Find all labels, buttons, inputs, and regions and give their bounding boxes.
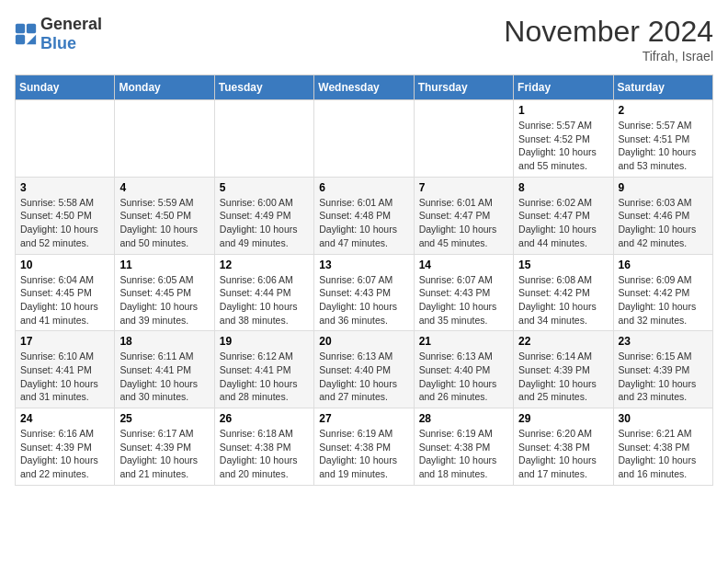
day-info: Sunrise: 6:14 AM Sunset: 4:39 PM Dayligh… [518,350,608,404]
week-row-4: 17Sunrise: 6:10 AM Sunset: 4:41 PM Dayli… [16,331,713,408]
weekday-header-monday: Monday [115,75,214,100]
calendar-cell: 2Sunrise: 5:57 AM Sunset: 4:51 PM Daylig… [613,100,712,178]
day-number: 7 [419,181,508,194]
day-number: 17 [20,335,109,348]
day-info: Sunrise: 6:10 AM Sunset: 4:41 PM Dayligh… [20,350,109,404]
weekday-header-saturday: Saturday [613,75,712,100]
calendar-cell: 26Sunrise: 6:18 AM Sunset: 4:38 PM Dayli… [214,408,313,486]
location: Tifrah, Israel [504,49,713,63]
day-number: 8 [518,181,608,194]
calendar-cell: 16Sunrise: 6:09 AM Sunset: 4:42 PM Dayli… [613,254,712,331]
day-number: 29 [518,412,608,425]
day-number: 2 [619,104,708,117]
calendar-cell: 27Sunrise: 6:19 AM Sunset: 4:38 PM Dayli… [314,408,414,486]
day-number: 21 [419,335,508,348]
calendar-cell: 14Sunrise: 6:07 AM Sunset: 4:43 PM Dayli… [414,254,513,331]
calendar-cell: 9Sunrise: 6:03 AM Sunset: 4:46 PM Daylig… [613,177,712,254]
calendar-cell: 21Sunrise: 6:13 AM Sunset: 4:40 PM Dayli… [414,331,513,408]
calendar-cell: 6Sunrise: 6:01 AM Sunset: 4:48 PM Daylig… [314,177,414,254]
logo-text: General Blue [40,15,102,53]
day-info: Sunrise: 6:09 AM Sunset: 4:42 PM Dayligh… [619,273,708,327]
month-title: November 2024 [504,15,713,49]
calendar-cell: 13Sunrise: 6:07 AM Sunset: 4:43 PM Dayli… [314,254,414,331]
calendar-cell: 10Sunrise: 6:04 AM Sunset: 4:45 PM Dayli… [16,254,115,331]
day-info: Sunrise: 6:19 AM Sunset: 4:38 PM Dayligh… [419,427,508,481]
title-block: November 2024 Tifrah, Israel [504,15,713,63]
day-info: Sunrise: 6:13 AM Sunset: 4:40 PM Dayligh… [419,350,508,404]
day-number: 3 [20,181,109,194]
svg-rect-0 [16,24,25,33]
calendar-cell: 28Sunrise: 6:19 AM Sunset: 4:38 PM Dayli… [414,408,513,486]
day-number: 25 [119,412,209,425]
day-number: 28 [419,412,508,425]
logo-blue: Blue [40,34,76,52]
calendar-cell: 25Sunrise: 6:17 AM Sunset: 4:39 PM Dayli… [115,408,214,486]
svg-rect-2 [16,35,25,44]
weekday-header-row: SundayMondayTuesdayWednesdayThursdayFrid… [16,75,713,100]
day-info: Sunrise: 6:16 AM Sunset: 4:39 PM Dayligh… [20,427,109,481]
day-number: 18 [119,335,209,348]
day-number: 22 [518,335,608,348]
day-info: Sunrise: 5:57 AM Sunset: 4:52 PM Dayligh… [518,119,608,173]
calendar-cell: 20Sunrise: 6:13 AM Sunset: 4:40 PM Dayli… [314,331,414,408]
day-number: 26 [220,412,309,425]
calendar-cell: 29Sunrise: 6:20 AM Sunset: 4:38 PM Dayli… [514,408,613,486]
day-info: Sunrise: 6:02 AM Sunset: 4:47 PM Dayligh… [518,196,608,250]
day-number: 4 [119,181,209,194]
weekday-header-thursday: Thursday [414,75,513,100]
calendar-cell [414,100,513,178]
calendar-cell: 1Sunrise: 5:57 AM Sunset: 4:52 PM Daylig… [514,100,613,178]
day-number: 23 [619,335,708,348]
calendar-cell: 11Sunrise: 6:05 AM Sunset: 4:45 PM Dayli… [115,254,214,331]
day-number: 15 [518,259,608,271]
day-number: 30 [619,412,708,425]
day-info: Sunrise: 6:11 AM Sunset: 4:41 PM Dayligh… [119,350,209,404]
day-info: Sunrise: 6:07 AM Sunset: 4:43 PM Dayligh… [319,273,408,327]
day-number: 14 [419,259,508,271]
week-row-1: 1Sunrise: 5:57 AM Sunset: 4:52 PM Daylig… [16,100,713,178]
day-info: Sunrise: 6:21 AM Sunset: 4:38 PM Dayligh… [619,427,708,481]
day-number: 10 [20,259,109,271]
logo: General Blue [15,15,102,53]
day-info: Sunrise: 6:20 AM Sunset: 4:38 PM Dayligh… [518,427,608,481]
calendar-cell: 7Sunrise: 6:01 AM Sunset: 4:47 PM Daylig… [414,177,513,254]
day-number: 6 [319,181,408,194]
day-info: Sunrise: 6:00 AM Sunset: 4:49 PM Dayligh… [220,196,309,250]
day-number: 11 [119,259,209,271]
svg-rect-1 [27,24,36,33]
calendar-cell: 17Sunrise: 6:10 AM Sunset: 4:41 PM Dayli… [16,331,115,408]
day-number: 1 [518,104,608,117]
day-info: Sunrise: 6:19 AM Sunset: 4:38 PM Dayligh… [319,427,408,481]
calendar-cell [214,100,313,178]
day-number: 16 [619,259,708,271]
calendar-cell: 3Sunrise: 5:58 AM Sunset: 4:50 PM Daylig… [16,177,115,254]
day-number: 12 [220,259,309,271]
weekday-header-sunday: Sunday [16,75,115,100]
logo-icon [15,23,37,45]
day-number: 20 [319,335,408,348]
svg-marker-3 [27,35,36,44]
day-number: 9 [619,181,708,194]
day-info: Sunrise: 6:08 AM Sunset: 4:42 PM Dayligh… [518,273,608,327]
day-info: Sunrise: 6:15 AM Sunset: 4:39 PM Dayligh… [619,350,708,404]
calendar-cell: 19Sunrise: 6:12 AM Sunset: 4:41 PM Dayli… [214,331,313,408]
calendar-cell: 8Sunrise: 6:02 AM Sunset: 4:47 PM Daylig… [514,177,613,254]
calendar-cell: 23Sunrise: 6:15 AM Sunset: 4:39 PM Dayli… [613,331,712,408]
day-info: Sunrise: 5:58 AM Sunset: 4:50 PM Dayligh… [20,196,109,250]
day-info: Sunrise: 6:03 AM Sunset: 4:46 PM Dayligh… [619,196,708,250]
day-info: Sunrise: 6:13 AM Sunset: 4:40 PM Dayligh… [319,350,408,404]
day-info: Sunrise: 5:59 AM Sunset: 4:50 PM Dayligh… [119,196,209,250]
calendar-cell: 15Sunrise: 6:08 AM Sunset: 4:42 PM Dayli… [514,254,613,331]
calendar-cell: 12Sunrise: 6:06 AM Sunset: 4:44 PM Dayli… [214,254,313,331]
week-row-2: 3Sunrise: 5:58 AM Sunset: 4:50 PM Daylig… [16,177,713,254]
day-info: Sunrise: 6:05 AM Sunset: 4:45 PM Dayligh… [119,273,209,327]
day-info: Sunrise: 6:17 AM Sunset: 4:39 PM Dayligh… [119,427,209,481]
calendar-cell: 4Sunrise: 5:59 AM Sunset: 4:50 PM Daylig… [115,177,214,254]
day-info: Sunrise: 6:06 AM Sunset: 4:44 PM Dayligh… [220,273,309,327]
calendar-cell: 18Sunrise: 6:11 AM Sunset: 4:41 PM Dayli… [115,331,214,408]
day-info: Sunrise: 6:18 AM Sunset: 4:38 PM Dayligh… [220,427,309,481]
day-number: 27 [319,412,408,425]
day-number: 5 [220,181,309,194]
day-info: Sunrise: 6:01 AM Sunset: 4:47 PM Dayligh… [419,196,508,250]
calendar-table: SundayMondayTuesdayWednesdayThursdayFrid… [15,75,713,486]
